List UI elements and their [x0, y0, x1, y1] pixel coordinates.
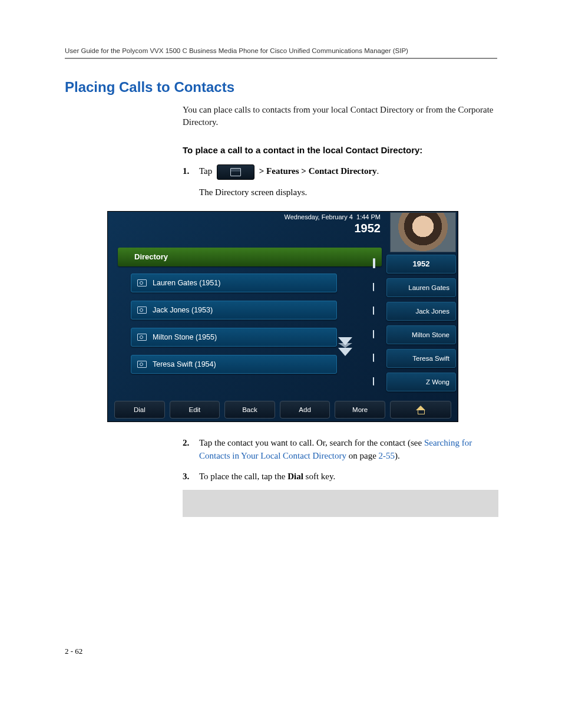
softkey-back[interactable]: Back	[224, 401, 275, 419]
status-date: Wednesday, February 4	[285, 213, 353, 220]
step-3-bold: Dial	[287, 472, 303, 481]
step-3-text-a: To place the call, tap the	[199, 472, 287, 481]
intro-paragraph: You can place calls to contacts from you…	[183, 104, 497, 129]
list-item[interactable]: Jack Jones (1953)	[131, 301, 337, 319]
softkey-more[interactable]: More	[335, 401, 385, 419]
step-2-text-c: ).	[395, 451, 400, 460]
avatar	[390, 212, 456, 252]
step-1-prefix: Tap	[199, 166, 212, 176]
step-2: Tap the contact you want to call. Or, se…	[183, 436, 497, 463]
phone-icon	[373, 330, 385, 340]
softkey-edit[interactable]: Edit	[170, 401, 220, 419]
phone-icon	[373, 354, 385, 363]
scroll-arrows[interactable]	[338, 335, 352, 358]
procedure-heading: To place a call to a contact in the loca…	[183, 145, 497, 155]
line-key-label: Jack Jones	[415, 308, 449, 315]
phone-icon	[373, 377, 385, 387]
handset-icon	[373, 259, 385, 269]
directory-header: Directory	[118, 248, 382, 266]
line-key[interactable]: Jack Jones	[386, 302, 456, 321]
contact-label: Jack Jones (1953)	[153, 306, 213, 314]
contact-label: Lauren Gates (1951)	[153, 279, 220, 287]
line-key-label: Lauren Gates	[408, 284, 449, 291]
contact-card-icon	[137, 334, 147, 341]
page-number: 2 - 62	[65, 647, 497, 656]
home-icon	[416, 406, 425, 414]
contact-label: Milton Stone (1955)	[153, 333, 217, 341]
phone-icon	[373, 307, 385, 316]
directory-screenshot: Wednesday, February 4 1:44 PM 1952 Direc…	[107, 211, 458, 422]
list-item[interactable]: Lauren Gates (1951)	[131, 274, 337, 292]
step-1: Tap > Features > Contact Directory. The …	[183, 164, 497, 199]
status-bar: Wednesday, February 4 1:44 PM 1952	[285, 213, 381, 235]
status-extension: 1952	[285, 222, 381, 235]
step-2-text-a: Tap the contact you want to call. Or, se…	[199, 438, 424, 447]
home-button[interactable]	[390, 401, 451, 419]
list-item[interactable]: Teresa Swift (1954)	[131, 355, 337, 374]
contact-card-icon	[137, 307, 147, 314]
line-key-label: Milton Stone	[412, 331, 449, 338]
contact-card-icon	[137, 279, 147, 286]
list-item[interactable]: Milton Stone (1955)	[131, 328, 337, 347]
status-time: 1:44 PM	[356, 213, 381, 220]
step-1-path: > Features > Contact Directory	[259, 166, 377, 176]
line-key[interactable]: Z Wong	[386, 373, 456, 391]
contact-card-icon	[137, 361, 147, 368]
phone-icon	[373, 283, 385, 292]
line-key[interactable]: Teresa Swift	[386, 349, 456, 368]
page-header: User Guide for the Polycom VVX 1500 C Bu…	[65, 47, 497, 59]
step-3-text-b: soft key.	[303, 472, 335, 481]
step-1-result: The Directory screen displays.	[199, 186, 497, 199]
menu-icon	[217, 164, 254, 180]
line-key[interactable]: Milton Stone	[386, 325, 456, 344]
line-key[interactable]: Lauren Gates	[386, 278, 456, 297]
line-key-extension[interactable]: 1952	[386, 255, 456, 274]
section-title: Placing Calls to Contacts	[65, 79, 497, 95]
line-key-label: 1952	[413, 259, 430, 268]
softkey-dial[interactable]: Dial	[114, 401, 165, 419]
step-2-text-b: on page	[346, 451, 379, 460]
note-placeholder	[183, 490, 498, 517]
step-2-pageref[interactable]: 2-55	[379, 451, 395, 460]
scroll-page-down-icon	[338, 348, 352, 356]
contact-list: Lauren Gates (1951) Jack Jones (1953) Mi…	[131, 274, 337, 382]
line-key-label: Teresa Swift	[412, 355, 449, 362]
contact-label: Teresa Swift (1954)	[153, 360, 216, 368]
line-key-label: Z Wong	[426, 378, 449, 386]
step-1-end: .	[377, 166, 379, 176]
line-key-sidebar: 1952 Lauren Gates Jack Jones Milton Ston…	[386, 255, 456, 396]
softkey-bar: Dial Edit Back Add More	[114, 401, 385, 419]
step-3: To place the call, tap the Dial soft key…	[183, 470, 497, 483]
softkey-add[interactable]: Add	[280, 401, 330, 419]
